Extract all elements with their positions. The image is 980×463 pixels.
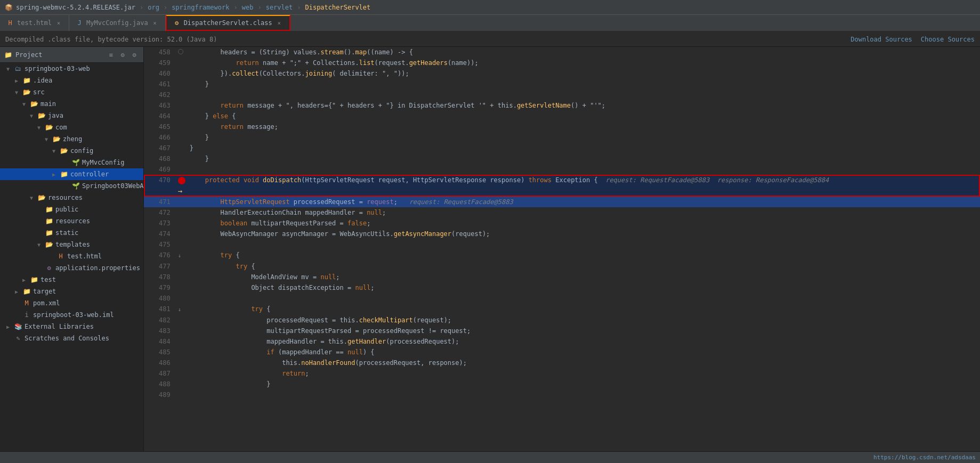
chevron-right-icon: ▶ [4, 323, 12, 330]
info-bar: Decompiled .class file, bytecode version… [0, 32, 980, 47]
sidebar-item-src[interactable]: ▼ 📂 src [0, 86, 143, 98]
java-label: java [48, 112, 63, 119]
tab-close-dispatcher[interactable]: × [276, 19, 283, 27]
line-gutter [177, 218, 188, 229]
code-area[interactable]: 458 headers = (String) values.stream().m… [144, 47, 980, 451]
line-number: 461 [144, 79, 177, 90]
sidebar-item-appprops[interactable]: ▶ ⚙ application.properties [0, 262, 143, 274]
main-content: 📁 Project ≡ ⚙ ⚙ ▼ 🗂 springboot-03-web ▶ … [0, 47, 980, 451]
line-number: 484 [144, 336, 177, 347]
line-code: } [188, 79, 980, 90]
breadcrumb-class: DispatcherServlet [305, 4, 370, 11]
sidebar-item-com[interactable]: ▼ 📂 com [0, 121, 143, 133]
code-line-488: 488 } [144, 379, 980, 389]
sidebar-item-static[interactable]: ▶ 📁 static [0, 227, 143, 239]
spring-icon: 🌱 [71, 182, 80, 190]
sidebar-item-pom[interactable]: ▶ M pom.xml [0, 297, 143, 309]
sidebar-item-root[interactable]: ▼ 🗂 springboot-03-web [0, 63, 143, 75]
line-code: try { [188, 250, 980, 261]
code-line-480: 480 [144, 293, 980, 304]
line-gutter [177, 58, 188, 68]
line-number: 459 [144, 58, 177, 68]
sidebar-item-zheng[interactable]: ▼ 📂 zheng [0, 133, 143, 145]
sidebar-item-test[interactable]: ▶ 📁 test [0, 274, 143, 286]
breadcrumb-web: web [242, 4, 254, 11]
line-code: boolean multipartRequestParsed = false; [188, 218, 980, 229]
sidebar-item-public[interactable]: ▶ 📁 public [0, 204, 143, 215]
spring-icon: 🌱 [71, 158, 80, 167]
sidebar-item-java[interactable]: ▼ 📂 java [0, 110, 143, 121]
line-gutter [177, 282, 188, 293]
mymvcconfig-label: MyMvcConfig [82, 159, 124, 166]
info-actions: Download Sources Choose Sources [851, 36, 975, 43]
sidebar-item-idea[interactable]: ▶ 📁 .idea [0, 75, 143, 86]
sidebar-gear-btn[interactable]: ⚙ [129, 50, 139, 60]
folder-icon: 🗂 [14, 64, 22, 73]
sidebar-item-external-libs[interactable]: ▶ 📚 External Libraries [0, 321, 143, 332]
line-gutter [177, 358, 188, 368]
line-number: 460 [144, 68, 177, 79]
resources-main-label: resources [48, 194, 83, 201]
java-icon: J [76, 19, 83, 27]
chevron-down-icon: ▼ [28, 112, 35, 119]
line-code: }).collect(Collectors.joining( delimiter… [188, 68, 980, 79]
code-line-462: 462 [144, 90, 980, 100]
tab-close-mymvcconfig[interactable]: × [151, 19, 159, 27]
sidebar-item-templates[interactable]: ▼ 📂 templates [0, 239, 143, 250]
line-number: 472 [144, 207, 177, 218]
target-folder-icon: 📁 [22, 287, 31, 296]
line-gutter [177, 336, 188, 347]
jar-name: spring-webmvc-5.2.4.RELEASE.jar [16, 4, 135, 11]
code-line-483: 483 multipartRequestParsed = processedRe… [144, 326, 980, 336]
sidebar-item-resources[interactable]: ▶ 📁 resources [0, 215, 143, 227]
choose-sources-link[interactable]: Choose Sources [921, 36, 975, 43]
sidebar: 📁 Project ≡ ⚙ ⚙ ▼ 🗂 springboot-03-web ▶ … [0, 47, 144, 451]
sidebar-item-controller[interactable]: ▶ 📁 controller [0, 168, 143, 180]
code-line-467: 467} [144, 143, 980, 153]
line-gutter [177, 326, 188, 336]
code-line-489: 489 [144, 389, 980, 400]
tab-label: DispatcherServlet.class [184, 19, 272, 27]
breadcrumb-servlet: servlet [266, 4, 293, 11]
sidebar-item-config[interactable]: ▼ 📂 config [0, 145, 143, 157]
code-line-469: 469 [144, 164, 980, 175]
sidebar-item-test-html[interactable]: ▶ H test.html [0, 250, 143, 262]
code-line-468: 468 } [144, 153, 980, 164]
breakpoint-icon[interactable] [178, 177, 185, 184]
sidebar-item-mymvcconfig[interactable]: ▶ 🌱 MyMvcConfig [0, 157, 143, 168]
com-label: com [55, 124, 67, 131]
code-line-477: 477 try { [144, 261, 980, 272]
class-icon: ⚙ [173, 19, 181, 27]
tab-close-test-html[interactable]: × [55, 19, 62, 27]
line-code: try { [188, 304, 980, 315]
chevron-down-icon: ▼ [20, 100, 28, 108]
tab-test-html[interactable]: H test.html × [0, 15, 69, 31]
line-code: WebAsyncManager asyncManager = WebAsyncU… [188, 229, 980, 239]
resources-folder-icon: 📂 [37, 193, 46, 202]
sidebar-item-target[interactable]: ▶ 📁 target [0, 286, 143, 297]
sidebar-collapse-btn[interactable]: ≡ [106, 50, 116, 60]
sidebar-item-iml[interactable]: ▶ i springboot-03-web.iml [0, 309, 143, 321]
breadcrumb-org: org [148, 4, 159, 11]
line-code [188, 389, 980, 400]
resources-folder-icon: 📁 [45, 217, 53, 225]
tab-mymvcconfig[interactable]: J MyMvcConfig.java × [69, 15, 166, 31]
line-gutter [177, 143, 188, 153]
sidebar-settings-btn[interactable]: ⚙ [118, 50, 127, 60]
line-gutter [177, 239, 188, 250]
line-number: 488 [144, 379, 177, 389]
code-editor: 458 headers = (String) values.stream().m… [144, 47, 980, 451]
line-code [188, 293, 980, 304]
tab-dispatcher[interactable]: ⚙ DispatcherServlet.class × [166, 15, 290, 31]
download-sources-link[interactable]: Download Sources [851, 36, 912, 43]
main-folder-icon: 📂 [30, 100, 38, 108]
sidebar-item-scratches[interactable]: ▶ ✎ Scratches and Consoles [0, 332, 143, 344]
sidebar-item-resources-main[interactable]: ▼ 📂 resources [0, 192, 143, 204]
sidebar-item-main[interactable]: ▼ 📂 main [0, 98, 143, 110]
line-gutter [177, 47, 188, 58]
line-code [188, 90, 980, 100]
line-code: this.noHandlerFound(processedRequest, re… [188, 358, 980, 368]
chevron-down-icon: ▼ [35, 124, 43, 131]
sidebar-item-app[interactable]: ▶ 🌱 Springboot03WebA... [0, 180, 143, 192]
code-line-487: 487 return; [144, 368, 980, 379]
